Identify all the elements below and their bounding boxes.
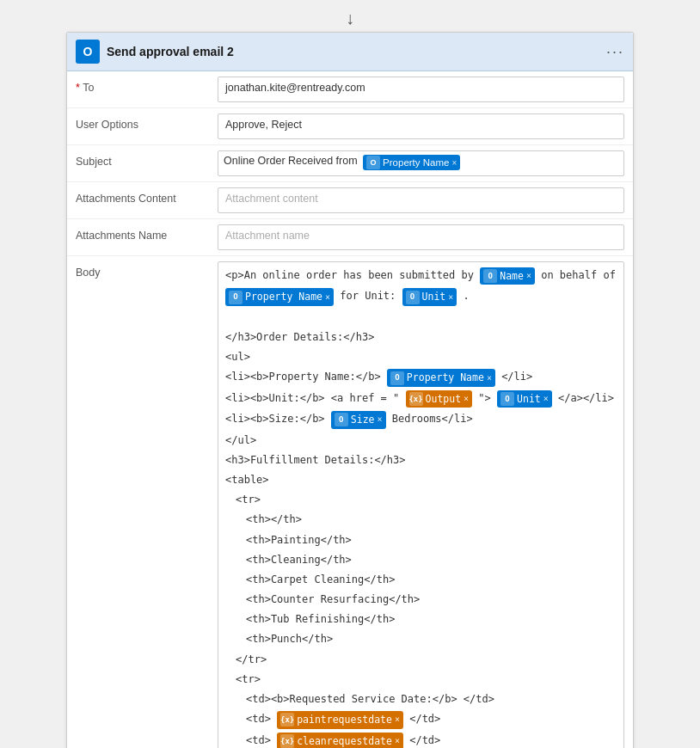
token-icon: {x} [280,713,294,727]
to-field[interactable]: jonathan.kite@rentready.com [218,77,624,102]
token-remove[interactable]: × [487,371,492,385]
body-text-22b: </td> [409,713,440,725]
body-line-9: <h3>Fulfillment Details:</h3> [225,452,617,469]
body-text-14: <th>Cleaning</th> [246,554,352,566]
body-field[interactable]: <p>An online order has been submitted by… [218,261,624,748]
card-icon: O [76,40,100,64]
paintrequestdate-token[interactable]: {x} paintrequestdate × [277,711,403,728]
unit-token-li[interactable]: O Unit × [497,390,552,408]
attachments-name-row: Attachments Name Attachment name [67,219,633,256]
body-line-23: <td> {x} cleanrequestdate × </td> [225,733,617,748]
token-remove[interactable]: × [395,713,400,727]
body-text-12: <th></th> [246,513,302,525]
body-text-6b: "> [478,392,490,404]
attachments-name-field[interactable]: Attachment name [218,224,624,250]
card-header: O Send approval email 2 ··· [67,33,633,71]
token-remove[interactable]: × [325,291,330,304]
body-line-6: <li><b>Unit:</b> <a href = " {x} Output … [225,390,617,408]
attachments-name-label: Attachments Name [76,224,218,242]
property-name-token-li[interactable]: O Property Name × [387,369,495,386]
body-line-21: <td><b>Requested Service Date:</b> </td> [225,691,617,708]
body-text-23b: </td> [409,734,440,746]
subject-field[interactable]: Online Order Received from O Property Na… [218,150,624,176]
body-text-22a: <td> [246,713,271,725]
body-text-7a: <li><b>Size:</b> [225,413,325,425]
to-row: To jonathan.kite@rentready.com [67,71,633,108]
name-token[interactable]: O Name × [480,267,535,285]
attachments-content-label: Attachments Content [76,187,218,205]
body-line-8: </ul> [225,432,617,449]
body-text-16: <th>Counter Resurfacing</th> [246,593,420,605]
body-row: Body <p>An online order has been submitt… [67,256,633,748]
body-text-11: <tr> [236,494,261,506]
body-text-5b: </li> [501,371,532,383]
token-label: Unit [517,391,541,407]
token-icon: {x} [409,392,423,406]
size-token[interactable]: O Size × [331,411,386,428]
body-text-17: <th>Tub Refinishing</th> [246,613,395,625]
token-remove[interactable]: × [526,269,531,283]
body-line-14: <th>Cleaning</th> [225,552,617,568]
approval-email-card: O Send approval email 2 ··· To jonathan.… [66,32,634,748]
attachments-content-placeholder: Attachment content [225,193,318,205]
body-line-7: <li><b>Size:</b> O Size × Bedrooms</li> [225,411,617,428]
token-label: Property Name [383,157,449,168]
body-line-2: O Property Name × for Unit: O Unit × . [225,288,617,305]
token-remove[interactable]: × [543,392,549,406]
token-icon: O [229,291,243,304]
attachments-name-placeholder: Attachment name [225,230,310,242]
body-line-5: <li><b>Property Name:</b> O Property Nam… [225,369,617,386]
body-text-4: <ul> [225,351,250,363]
token-remove[interactable]: × [451,158,457,168]
unit-token-body1[interactable]: O Unit × [402,288,457,305]
subject-prefix-text: Online Order Received from [224,155,360,167]
body-text-9: <h3>Fulfillment Details:</h3> [225,454,406,466]
token-icon: O [390,371,404,385]
card-icon-letter: O [83,45,93,58]
body-spacer-1 [225,310,617,326]
body-text-23a: <td> [246,734,271,746]
body-text-8: </ul> [225,434,256,446]
body-line-4: <ul> [225,349,617,365]
body-text-13: <th>Painting</th> [246,534,352,546]
body-line-20: <tr> [225,671,617,688]
to-label: To [76,77,218,94]
card-title: Send approval email 2 [107,45,606,58]
output-token[interactable]: {x} Output × [406,390,473,408]
user-options-row: User Options Approve, Reject [67,108,633,145]
token-label: Name [500,268,524,284]
body-line-13: <th>Painting</th> [225,532,617,549]
body-text-7b: Bedrooms</li> [392,413,473,425]
attachments-content-field[interactable]: Attachment content [218,187,624,213]
token-label: Size [351,412,375,427]
token-remove[interactable]: × [378,413,383,426]
token-remove[interactable]: × [448,291,453,304]
token-label: paintrequestdate [297,712,392,727]
body-text-1b: on behalf of [541,269,616,281]
cleanrequestdate-token[interactable]: {x} cleanrequestdate × [277,733,403,748]
property-name-token-body1[interactable]: O Property Name × [225,288,334,305]
body-text-3: </h3>Order Details:</h3> [225,331,374,343]
token-label: Output [426,391,462,407]
more-options-button[interactable]: ··· [606,43,624,61]
body-text-19: </tr> [236,653,267,665]
token-icon: O [500,392,514,406]
body-text-6c: </a></li> [558,392,614,404]
body-label: Body [76,261,218,279]
attachments-content-row: Attachments Content Attachment content [67,182,633,219]
token-icon: {x} [280,734,294,748]
token-label: Property Name [245,289,322,304]
token-remove[interactable]: × [464,392,469,406]
body-line-12: <th></th> [225,512,617,528]
token-label: cleanrequestdate [297,733,392,748]
user-options-field[interactable]: Approve, Reject [218,113,624,139]
body-text-18: <th>Punch</th> [246,633,333,645]
body-line-15: <th>Carpet Cleaning</th> [225,572,617,588]
body-line-22: <td> {x} paintrequestdate × </td> [225,711,617,728]
user-options-label: User Options [76,113,218,131]
body-text-21a: <td><b>Requested Service Date:</b> </td> [246,693,494,705]
down-arrow-icon: ↓ [346,9,354,28]
property-name-token-subject[interactable]: O Property Name × [363,155,460,170]
token-remove[interactable]: × [395,734,400,748]
token-label: Property Name [407,370,484,385]
